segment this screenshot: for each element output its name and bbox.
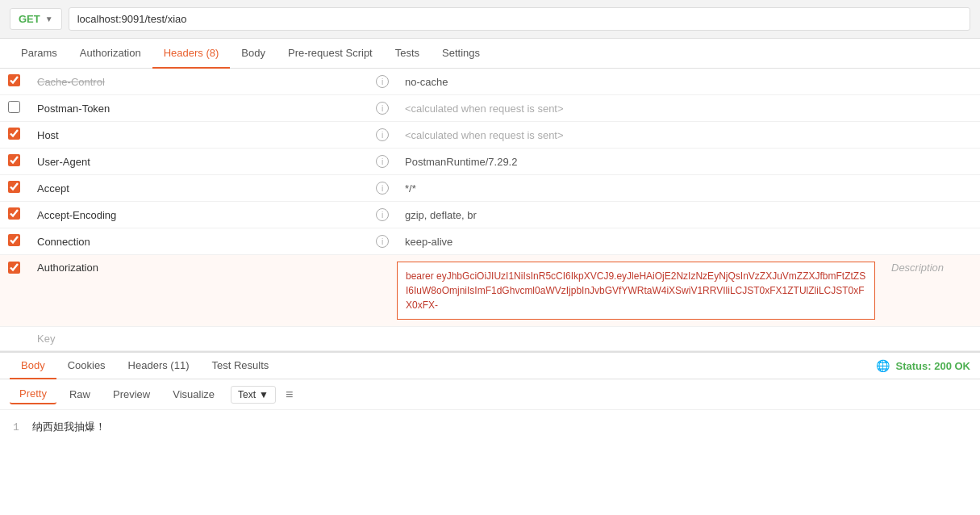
header-key: Accept (37, 182, 69, 195)
row-checkbox[interactable] (8, 207, 20, 220)
row-checkbox[interactable] (8, 128, 20, 140)
description-col: Description (883, 255, 980, 327)
response-status: 🌐 Status: 200 OK (876, 359, 970, 372)
format-tabs: Pretty Raw Preview Visualize Text ▼ ≡ (0, 379, 980, 410)
tab-test-results[interactable]: Test Results (200, 353, 280, 379)
table-row: Accept-Encoding i gzip, deflate, br (0, 202, 980, 228)
line-number: 1 (13, 421, 19, 433)
info-icon[interactable]: i (376, 75, 389, 88)
status-badge: Status: 200 OK (896, 360, 970, 372)
tab-headers-response[interactable]: Headers (11) (117, 353, 201, 379)
table-row: Cache-Control i no-cache (0, 69, 980, 95)
top-bar: GET ▼ (0, 0, 980, 39)
table-row: Host i <calculated when request is sent> (0, 122, 980, 149)
response-section: Body Cookies Headers (11) Test Results 🌐… (0, 351, 980, 444)
tab-tests[interactable]: Tests (384, 39, 431, 69)
tab-body[interactable]: Body (230, 39, 277, 69)
header-key: Accept-Encoding (37, 209, 116, 221)
auth-value-box: bearer eyJhbGciOiJIUzI1NiIsInR5cCI6IkpXV… (397, 262, 875, 320)
tab-params[interactable]: Params (10, 39, 69, 69)
format-tab-preview[interactable]: Preview (103, 385, 160, 404)
info-icon[interactable]: i (376, 235, 389, 248)
header-key: User-Agent (37, 156, 90, 168)
info-icon[interactable]: i (376, 128, 389, 141)
auth-value: bearer eyJhbGciOiJIUzI1NiIsInR5cCI6IkpXV… (406, 270, 865, 311)
row-checkbox[interactable] (8, 101, 20, 113)
header-value: PostmanRuntime/7.29.2 (405, 156, 517, 168)
response-tabs: Body Cookies Headers (11) Test Results 🌐… (0, 353, 980, 379)
format-tab-visualize[interactable]: Visualize (163, 385, 224, 404)
method-chevron-icon: ▼ (45, 15, 53, 23)
authorization-row: Authorization bearer eyJhbGciOiJIUzI1NiI… (0, 255, 980, 327)
response-content: 纳西妲我抽爆！ (32, 420, 106, 434)
tab-settings[interactable]: Settings (431, 39, 491, 69)
header-key: Connection (37, 236, 90, 248)
header-key: Host (37, 129, 59, 141)
table-row: User-Agent i PostmanRuntime/7.29.2 (0, 149, 980, 175)
response-body: 1 纳西妲我抽爆！ (0, 410, 980, 444)
table-row: Postman-Token i <calculated when request… (0, 95, 980, 122)
row-checkbox[interactable] (8, 154, 20, 166)
tab-cookies[interactable]: Cookies (56, 353, 117, 379)
tab-authorization[interactable]: Authorization (69, 39, 152, 69)
wrap-icon[interactable]: ≡ (286, 387, 293, 402)
format-tab-pretty[interactable]: Pretty (10, 384, 56, 404)
table-row: Connection i keep-alive (0, 228, 980, 255)
method-selector[interactable]: GET ▼ (10, 8, 62, 30)
url-input[interactable] (69, 7, 970, 31)
tab-pre-request-script[interactable]: Pre-request Script (277, 39, 384, 69)
chevron-down-icon: ▼ (259, 389, 269, 400)
header-key: Cache-Control (37, 76, 105, 88)
tab-headers[interactable]: Headers (8) (152, 39, 231, 69)
method-label: GET (19, 13, 40, 25)
row-checkbox[interactable] (8, 234, 20, 246)
globe-icon: 🌐 (876, 359, 890, 372)
header-value: no-cache (405, 76, 448, 88)
row-checkbox[interactable] (8, 74, 20, 86)
info-icon[interactable]: i (376, 155, 389, 168)
format-type-select[interactable]: Text ▼ (231, 386, 276, 404)
table-row: Accept i */* (0, 175, 980, 202)
header-value: gzip, deflate, br (405, 209, 477, 221)
header-value: <calculated when request is sent> (405, 103, 564, 115)
header-key: Postman-Token (37, 103, 110, 115)
auth-key: Authorization (37, 262, 98, 274)
header-value: keep-alive (405, 236, 452, 248)
format-tab-raw[interactable]: Raw (60, 385, 100, 404)
info-icon[interactable]: i (376, 182, 389, 195)
new-key-row: Key (0, 327, 980, 351)
headers-section: Cache-Control i no-cache Postman-Token i… (0, 69, 980, 351)
key-placeholder: Key (37, 333, 55, 345)
tab-body[interactable]: Body (10, 353, 56, 379)
info-icon[interactable]: i (376, 208, 389, 221)
auth-checkbox[interactable] (8, 262, 20, 274)
info-icon[interactable]: i (376, 102, 389, 115)
response-line: 1 纳西妲我抽爆！ (13, 420, 967, 434)
format-type-label: Text (238, 389, 256, 400)
request-tabs: Params Authorization Headers (8) Body Pr… (0, 39, 980, 69)
header-value: <calculated when request is sent> (405, 129, 564, 141)
header-value: */* (405, 182, 416, 195)
row-checkbox[interactable] (8, 181, 20, 193)
headers-table: Cache-Control i no-cache Postman-Token i… (0, 69, 980, 351)
